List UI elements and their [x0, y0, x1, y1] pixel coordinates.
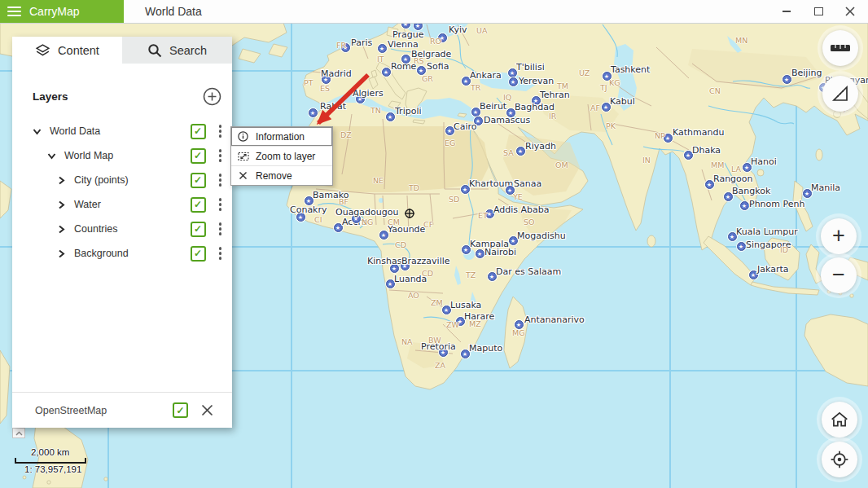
ruler-icon — [830, 42, 851, 54]
menu-item-label: Zoom to layer — [256, 151, 315, 162]
layer-label: World Data — [50, 125, 100, 137]
layer-checkbox[interactable]: ✓ — [191, 124, 206, 139]
layer-label: Countries — [74, 223, 118, 235]
layer-label: World Map — [64, 150, 113, 161]
document-title: World Data — [145, 5, 202, 18]
plus-icon: + — [832, 225, 845, 247]
menu-item-label: Remove — [256, 170, 292, 182]
tab-content[interactable]: Content — [12, 37, 122, 64]
zoom-out-button[interactable]: − — [821, 257, 857, 293]
tab-search-label: Search — [169, 44, 207, 57]
layer-checkbox[interactable]: ✓ — [191, 197, 206, 213]
chevron-up-icon — [15, 431, 23, 436]
scale-bar-line — [15, 458, 86, 464]
layer-row-world-map[interactable]: World Map✓ — [12, 143, 232, 168]
plus-circle-icon — [203, 87, 221, 106]
minus-icon: − — [832, 264, 845, 286]
layer-row-city-points[interactable]: City (points)✓ — [12, 168, 232, 192]
locate-icon — [830, 450, 849, 469]
layer-menu-button[interactable] — [216, 220, 226, 238]
menu-item-label: Information — [256, 131, 305, 143]
close-button[interactable] — [845, 7, 855, 16]
layer-row-background[interactable]: Background✓ — [12, 241, 232, 266]
layer-tree: World Data✓World Map✓City (points)✓Water… — [12, 119, 232, 266]
window-controls — [782, 7, 868, 16]
menu-item-information[interactable]: Information — [231, 127, 332, 146]
layer-row-water[interactable]: Water✓ — [12, 192, 232, 217]
layers-panel: Content Search Layers World Data✓World — [12, 37, 232, 428]
layer-label: City (points) — [74, 174, 129, 186]
home-button[interactable] — [822, 402, 857, 437]
panel-tabs: Content Search — [12, 37, 232, 64]
layer-row-countries[interactable]: Countries✓ — [12, 217, 232, 241]
layer-menu-button[interactable] — [216, 244, 226, 262]
app-brand: CarryMap — [0, 0, 124, 23]
layers-icon — [35, 43, 50, 57]
close-icon — [200, 403, 214, 417]
tab-content-label: Content — [58, 44, 99, 57]
titlebar: CarryMap World Data — [0, 0, 868, 24]
hamburger-menu-button[interactable] — [7, 7, 21, 16]
basemap-row: OpenStreetMap ✓ — [12, 392, 232, 428]
layer-checkbox[interactable]: ✓ — [191, 173, 206, 188]
layer-checkbox[interactable]: ✓ — [191, 246, 206, 262]
chevron-right-icon[interactable] — [57, 225, 72, 234]
remove-icon — [237, 171, 249, 180]
chevron-right-icon[interactable] — [57, 176, 72, 185]
scale-distance-label: 2,000 km — [31, 447, 86, 457]
chevron-right-icon[interactable] — [57, 249, 72, 258]
collapse-panel-button[interactable] — [12, 428, 25, 438]
minimize-icon — [783, 11, 791, 12]
info-icon — [237, 131, 249, 142]
close-icon — [845, 7, 855, 16]
app-title: CarryMap — [29, 5, 79, 18]
home-icon — [830, 410, 849, 429]
basemap-checkbox[interactable]: ✓ — [173, 402, 188, 418]
layer-menu-button[interactable] — [216, 171, 226, 189]
layer-label: Water — [74, 199, 101, 210]
menu-item-zoom-to-layer[interactable]: Zoom to layer — [231, 146, 332, 165]
layer-row-world-data[interactable]: World Data✓ — [12, 119, 232, 143]
layer-checkbox[interactable]: ✓ — [191, 222, 206, 237]
layer-context-menu: InformationZoom to layerRemove — [230, 126, 333, 186]
layers-heading: Layers — [33, 90, 68, 103]
tab-search[interactable]: Search — [122, 37, 232, 64]
zoom-in-button[interactable]: + — [821, 218, 857, 254]
layer-label: Background — [74, 248, 129, 259]
layer-menu-button[interactable] — [216, 196, 226, 213]
basemap-remove-button[interactable] — [200, 403, 214, 417]
locate-button[interactable] — [822, 442, 857, 477]
zoom-extent-icon — [237, 152, 249, 161]
measure-icon — [831, 85, 849, 103]
maximize-button[interactable] — [813, 7, 823, 16]
minimize-button[interactable] — [782, 7, 791, 16]
scale-ratio-label: 1: 73,957,191 — [24, 464, 86, 474]
carrymap-window: ★London★Paris★Madrid★Rabat★Algiers★Tripo… — [0, 0, 868, 488]
chevron-down-icon[interactable] — [33, 127, 47, 136]
chevron-right-icon[interactable] — [57, 200, 72, 209]
layer-checkbox[interactable]: ✓ — [191, 148, 206, 164]
basemap-label: OpenStreetMap — [35, 405, 107, 416]
layer-menu-button[interactable] — [216, 147, 226, 165]
menu-item-remove[interactable]: Remove — [231, 165, 332, 185]
scale-bar: 2,000 km 1: 73,957,191 — [15, 447, 86, 474]
chevron-down-icon[interactable] — [47, 152, 62, 160]
add-layer-button[interactable] — [203, 87, 221, 106]
layer-menu-button[interactable] — [216, 122, 226, 140]
search-icon — [147, 43, 162, 58]
measure-button[interactable] — [822, 76, 858, 112]
maximize-icon — [814, 7, 823, 15]
ruler-button[interactable] — [822, 30, 858, 66]
